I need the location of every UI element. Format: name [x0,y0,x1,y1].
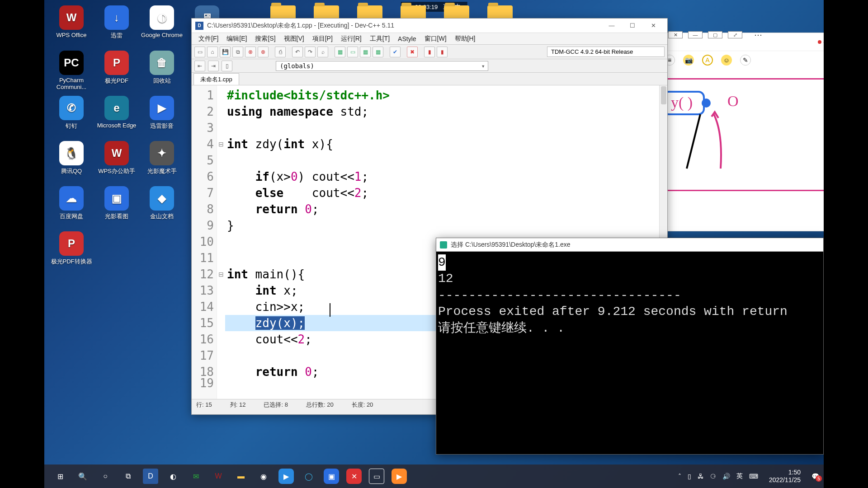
console-taskbar-icon[interactable]: ▭ [369,469,384,484]
goto-fwd-icon[interactable]: ⇥ [208,61,219,71]
more-icon[interactable]: ⋯ [754,30,762,40]
menu-item[interactable]: 搜索[S] [251,33,279,44]
desktop-icon[interactable]: 🗑回收站 [139,49,184,94]
compile-run-icon[interactable]: ▦ [360,47,371,57]
file-tab[interactable]: 未命名1.cpp [193,73,239,85]
stop-icon[interactable]: ✖ [407,47,418,57]
desktop-icon[interactable]: P极光PDF转换器 [49,230,94,275]
taskbar[interactable]: ⊞ 🔍 ○ ⧉ D ◐ ✉ W ▬ ◉ ▶ ◯ ▣ ✕ ▭ ▶ ˄ ▯ 🖧 ⚆ … [44,465,824,488]
globals-dropdown[interactable]: (globals) [276,61,488,71]
goto-back-icon[interactable]: ⇤ [194,61,205,71]
compiler-select[interactable]: TDM-GCC 4.9.2 64-bit Release [547,47,665,57]
live-taskbar-icon[interactable]: ▶ [392,469,407,484]
close-file-icon[interactable]: ⊗ [245,47,256,57]
tray-network-icon[interactable]: 🖧 [698,473,704,480]
code-line[interactable]: #include<bits/stdc++.h> [225,87,667,103]
close-all-icon[interactable]: ⊗ [258,47,269,57]
toolbar-main[interactable]: ▭ ⌂ 💾 ⧉ ⊗ ⊗ ⎙ ↶ ↷ ⌕ ▦ ▭ ▦ ▦ ✔ ✖ ▮ ▮ TDM-… [192,45,667,59]
desktop-icon[interactable]: ✦光影魔术手 [139,139,184,184]
wechat-taskbar-icon[interactable]: ✉ [188,469,203,484]
save-icon[interactable]: 💾 [220,47,231,57]
desktop-icon[interactable]: ◆金山文档 [139,184,184,230]
obs-taskbar-icon[interactable]: ◉ [256,469,271,484]
desktop-icon[interactable]: ◐Google Chrome [139,4,184,49]
titlebar[interactable]: D C:\Users\95391\Desktop\未命名1.cpp - [Exe… [192,19,667,33]
whiteboard-window[interactable]: ◉ 72% ≡ 📷 A ☺ ✎ y( ) O [655,33,824,231]
code-line[interactable]: return 0; [225,201,667,217]
menu-item[interactable]: 工具[T] [366,33,394,44]
maximize-icon[interactable]: ▢ [708,31,722,38]
menu-item[interactable]: 视图[V] [280,33,308,44]
code-line[interactable]: } [225,217,667,234]
devcpp-taskbar-icon[interactable]: D [143,469,158,484]
bookmark-icon[interactable]: ▯ [222,61,232,71]
tray-volume-icon[interactable]: 🔊 [722,473,730,480]
desktop-icon[interactable]: PCPyCharm Communi... [49,49,94,94]
new-file-icon[interactable]: ▭ [194,47,205,57]
tray-usb-icon[interactable]: ▯ [688,473,691,480]
find-icon[interactable]: ⌕ [317,47,328,57]
maximize-button[interactable]: ☐ [622,19,643,32]
start-button[interactable]: ⊞ [52,469,68,484]
profile-icon[interactable]: ▮ [424,47,435,57]
explorer-taskbar-icon[interactable]: ▬ [233,469,249,484]
close-app-taskbar-icon[interactable]: ✕ [346,469,362,484]
tray-ime[interactable]: 英 [736,472,743,480]
circle-a-icon[interactable]: A [702,55,713,66]
close-icon[interactable]: ✕ [668,31,683,38]
taskbar-clock[interactable]: 1:50 2022/11/25 [764,469,805,484]
menubar[interactable]: 文件[F]编辑[E]搜索[S]视图[V]项目[P]运行[R]工具[T]AStyl… [192,33,667,45]
console-body[interactable]: 9 12 -------------------------------- Pr… [436,252,823,339]
toolbar-nav[interactable]: ⇤ ⇥ ▯ (globals) [192,59,667,73]
menu-item[interactable]: 帮助[H] [451,33,480,44]
system-tray[interactable]: ˄ ▯ 🖧 ⚆ 🔊 英 ⌨ 1:50 2022/11/25 💬5 [678,469,819,484]
tray-wifi-icon[interactable]: ⚆ [710,473,716,480]
menu-item[interactable]: 文件[F] [194,33,222,44]
menu-item[interactable]: 项目[P] [308,33,337,44]
rebuild-icon[interactable]: ▦ [373,47,383,57]
fold-gutter[interactable]: ⊟⊟ [217,85,225,399]
code-line[interactable] [225,152,667,169]
menu-item[interactable]: 编辑[E] [222,33,251,44]
restore-icon[interactable]: ⤢ [728,31,742,38]
whiteboard-canvas[interactable]: y( ) O [655,69,824,249]
desktop-icon[interactable]: WWPS办公助手 [94,139,139,184]
minimize-button[interactable]: — [601,19,622,32]
taskview-icon[interactable]: ⧉ [120,469,136,484]
code-line[interactable]: else cout<<2; [225,185,667,201]
code-line[interactable]: if(x>0) cout<<1; [225,169,667,185]
camera-icon[interactable]: 📷 [683,55,694,66]
tray-chevron-icon[interactable]: ˄ [678,473,681,480]
smile-icon[interactable]: ☺ [721,55,732,66]
redo-icon[interactable]: ↷ [305,47,316,57]
compile-icon[interactable]: ▦ [335,47,345,57]
desktop-icon[interactable]: ↓迅雷 [94,4,139,49]
menu-item[interactable]: 窗口[W] [420,33,451,44]
undo-icon[interactable]: ↶ [292,47,303,57]
minimize-icon[interactable]: — [688,31,703,38]
close-button[interactable]: ✕ [643,19,664,32]
run-icon[interactable]: ▭ [347,47,358,57]
desktop-icon[interactable]: ☁百度网盘 [49,184,94,230]
save-all-icon[interactable]: ⧉ [232,47,243,57]
search-icon[interactable]: 🔍 [75,469,90,484]
desktop-icon[interactable]: WWPS Office [49,4,94,49]
tray-keyboard-icon[interactable]: ⌨ [749,473,758,480]
menu-item[interactable]: 运行[R] [337,33,366,44]
open-icon[interactable]: ⌂ [207,47,218,57]
desktop-icon[interactable]: 🐧腾讯QQ [49,139,94,184]
desktop-icon[interactable]: ▶迅雷影音 [139,94,184,139]
chrome-taskbar-icon[interactable]: ◐ [165,469,181,484]
edit-icon[interactable]: ✎ [740,55,751,66]
player-taskbar-icon[interactable]: ▶ [278,469,294,484]
browser-taskbar-icon[interactable]: ◯ [301,469,316,484]
print-icon[interactable]: ⎙ [275,47,286,57]
desktop-icon[interactable]: ▣光影看图 [94,184,139,230]
debug-icon[interactable]: ✔ [390,47,401,57]
cortana-icon[interactable]: ○ [98,469,113,484]
desktop-icon[interactable]: ✆钉钉 [49,94,94,139]
code-line[interactable]: int zdy(int x){ [225,136,667,152]
code-line[interactable] [225,120,667,136]
desktop-icon[interactable]: P极光PDF [94,49,139,94]
profile2-icon[interactable]: ▮ [437,47,448,57]
